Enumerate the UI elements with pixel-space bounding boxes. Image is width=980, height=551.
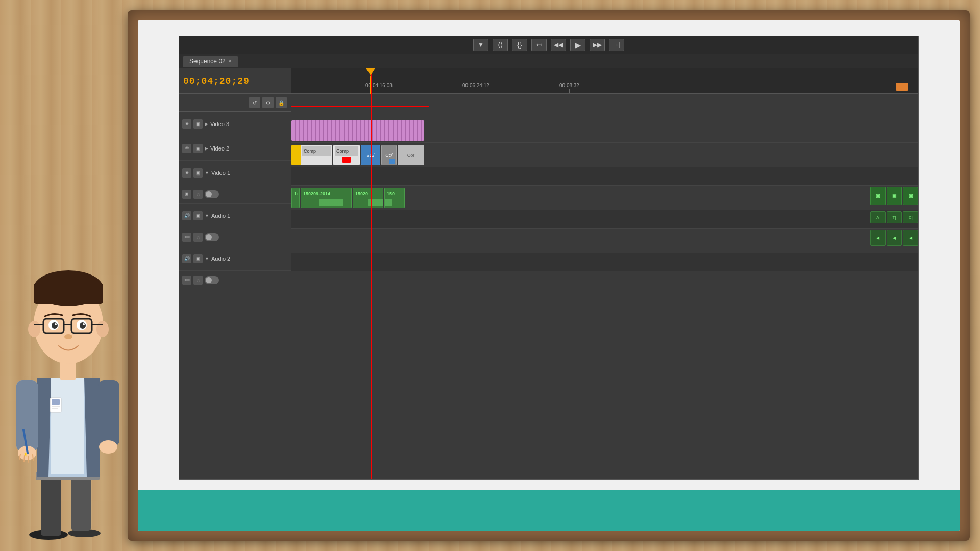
track-label-video2: ▶ Video 2 (205, 145, 288, 152)
media-icon-audio1[interactable]: ⟺ (182, 233, 191, 242)
audio1-clip0[interactable]: 1: (291, 188, 300, 208)
edit-point-button[interactable]: ⟨⟩ (493, 39, 508, 51)
play-button[interactable]: ▶ (570, 39, 585, 51)
eye-icon-video2[interactable]: 👁 (182, 144, 191, 153)
settings-button[interactable]: ⚙ (262, 97, 274, 108)
track-subrow-audio1: A T| C| (291, 210, 918, 229)
audio1-clip1-label: 150209-2014 (301, 190, 332, 197)
tab-bar: Sequence 02 × (179, 54, 918, 68)
edit-point2-button[interactable]: {} (512, 39, 527, 51)
lock-icon-audio1[interactable]: ▣ (193, 211, 203, 220)
blue-clip-icon (389, 159, 395, 164)
audio1-panel-1[interactable]: ▣ (870, 187, 886, 205)
track-header-audio2-sub: ⟺ ◇ (179, 271, 291, 289)
audio1-label-a[interactable]: A (870, 211, 886, 223)
timeline-window: ▼ ⟨⟩ {} ↤ ◀◀ ▶ ▶▶ →| Sequence 02 × (179, 36, 919, 480)
audio1-panel-2[interactable]: ▣ (887, 187, 902, 205)
toggle-video1[interactable] (205, 190, 219, 198)
ruler-mark-2: 00;06;24;12 (462, 83, 489, 93)
lock-icon-video2[interactable]: ▣ (193, 144, 203, 153)
svg-point-28 (64, 334, 72, 339)
audio1-clip2-label: 15020 (353, 190, 370, 197)
speaker-icon-audio2[interactable]: 🔊 (182, 254, 191, 263)
track-label-audio1: ▼ Audio 1 (205, 213, 288, 219)
track-header-video2: 👁 ▣ ▶ Video 2 (179, 136, 291, 161)
audio1-label-t[interactable]: T| (887, 211, 902, 223)
video1-comp2-clip[interactable]: Comp (333, 145, 360, 165)
video2-clip[interactable] (291, 120, 424, 141)
key-icon-video1[interactable]: ◇ (193, 190, 203, 199)
timeline-tracks: 00;04;16;08 00;06;24;12 00;08;32 (291, 68, 918, 479)
frame-inner: ▼ ⟨⟩ {} ↤ ◀◀ ▶ ▶▶ →| Sequence 02 × (138, 20, 960, 531)
lock-button[interactable]: 🔒 (276, 97, 287, 108)
ruler-label-1: 00;04;16;08 (365, 83, 393, 88)
ruler-tick-2 (476, 89, 476, 93)
svg-rect-2 (41, 474, 61, 536)
toggle-audio2[interactable] (205, 276, 219, 284)
audio2-right-panels: ◀ ◀ ◀ (870, 230, 918, 246)
track-header-audio2: 🔊 ▣ ▼ Audio 2 (179, 246, 291, 271)
key-icon-audio1[interactable]: ◇ (193, 233, 203, 242)
video1-yellow-clip (291, 145, 301, 165)
track-headers: 00;04;20;29 ↺ ⚙ 🔒 👁 ▣ ▶ Video (179, 68, 291, 479)
svg-point-24 (52, 322, 58, 329)
lock-icon-video1[interactable]: ▣ (193, 168, 203, 178)
eye-icon-video3[interactable]: 👁 (182, 119, 191, 129)
media-icon-video1[interactable]: ▣ (182, 190, 191, 199)
audio1-waveform2 (353, 199, 383, 206)
track-subrow-video1 (291, 167, 918, 186)
next-frame-button[interactable]: ▶▶ (590, 39, 605, 51)
track-header-audio1: 🔊 ▣ ▼ Audio 1 (179, 204, 291, 228)
orange-marker[interactable] (896, 83, 908, 91)
audio1-clip2[interactable]: 15020 (353, 188, 383, 208)
header-controls: ↺ ⚙ 🔒 (179, 94, 291, 112)
red-line-video3 (291, 106, 429, 107)
clip-label-comp1: Comp (302, 146, 331, 156)
media-icon-audio2[interactable]: ⟺ (182, 276, 191, 285)
timecode-display: 00;04;20;29 (183, 76, 250, 86)
teal-bar (138, 490, 960, 531)
key-icon-audio2[interactable]: ◇ (193, 276, 203, 285)
svg-point-27 (83, 323, 85, 325)
go-end-button[interactable]: →| (609, 39, 624, 51)
video1-cc-clip[interactable]: Cc/ (381, 145, 397, 165)
audio1-label-c[interactable]: C| (903, 211, 918, 223)
audio1-panel-3[interactable]: ▣ (903, 187, 918, 205)
audio2-panel-3[interactable]: ◀ (903, 230, 918, 246)
svg-point-15 (28, 321, 40, 337)
audio1-waveform1 (301, 199, 351, 206)
audio1-clip1[interactable]: 150209-2014 (301, 188, 352, 208)
track-row-audio1: 1: 150209-2014 15020 150 (291, 186, 918, 210)
svg-line-33 (24, 456, 24, 462)
track-row-audio2: ◀ ◀ ◀ (291, 229, 918, 253)
audio1-clip3[interactable]: 150 (384, 188, 405, 208)
speaker-icon-audio1[interactable]: 🔊 (182, 211, 191, 220)
ruler-mark-3: 00;08;32 (559, 83, 579, 93)
tab-close-button[interactable]: × (229, 58, 232, 64)
sequence-tab[interactable]: Sequence 02 × (183, 56, 238, 67)
svg-line-35 (33, 455, 33, 460)
track-row-video2 (291, 118, 918, 143)
timeline-content: 00;04;20;29 ↺ ⚙ 🔒 👁 ▣ ▶ Video (179, 68, 918, 479)
zoom-fit-button[interactable]: ↤ (531, 39, 547, 51)
audio2-panel-2[interactable]: ◀ (887, 230, 902, 246)
video1-cor-clip[interactable]: Cor (398, 145, 424, 165)
audio1-sub-panels: A T| C| (870, 211, 918, 223)
marker-down-button[interactable]: ▼ (473, 39, 488, 51)
toolbar: ▼ ⟨⟩ {} ↤ ◀◀ ▶ ▶▶ →| (179, 36, 918, 54)
audio2-panel-1[interactable]: ◀ (870, 230, 886, 246)
audio1-right-panels: ▣ ▣ ▣ (870, 187, 918, 205)
track-label-video1: ▼ Video 1 (205, 170, 288, 176)
track-label-video3: ▶ Video 3 (205, 121, 288, 127)
prev-frame-button[interactable]: ◀◀ (551, 39, 566, 51)
track-header-audio1-sub: ⟺ ◇ (179, 228, 291, 246)
red-clip-icon (342, 157, 351, 163)
toggle-audio1[interactable] (205, 233, 219, 241)
clip-label-cor: Cor (407, 153, 415, 158)
eye-icon-video1[interactable]: 👁 (182, 168, 191, 178)
video1-comp1-clip[interactable]: Comp (301, 145, 332, 165)
ruler-tick-1 (379, 89, 379, 93)
lock-icon-audio2[interactable]: ▣ (193, 254, 203, 263)
lock-icon-video3[interactable]: ▣ (193, 119, 203, 129)
sync-button[interactable]: ↺ (249, 97, 260, 108)
